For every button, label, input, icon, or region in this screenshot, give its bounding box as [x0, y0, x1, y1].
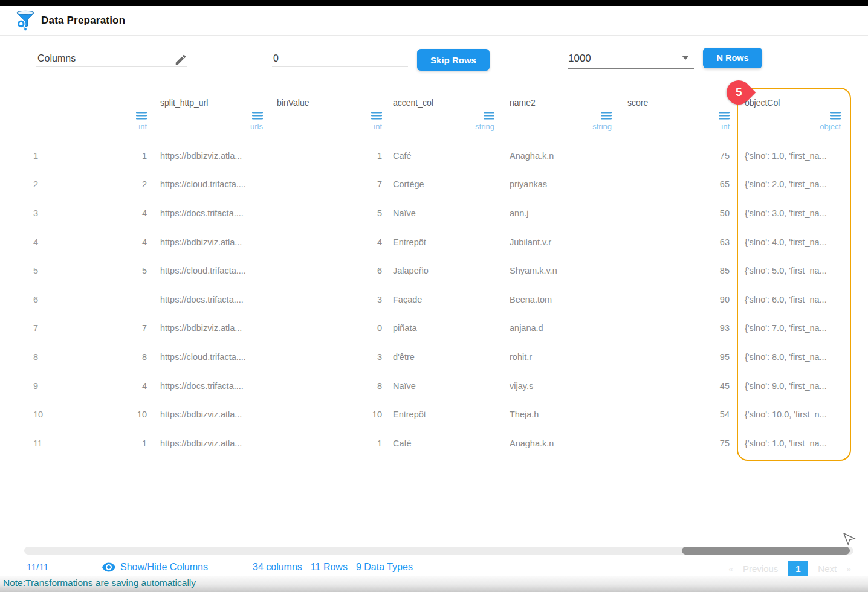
table-cell: Naïve [382, 381, 494, 391]
columns-input[interactable] [36, 51, 187, 67]
table-cell: ann.j [494, 208, 612, 218]
column-menu-icon[interactable] [160, 111, 263, 120]
table-stats: 34 columns 11 Rows 9 Data Types [253, 562, 413, 573]
table-cell: {'slno': 7.0, 'first_na... [730, 323, 843, 333]
app-header: Data Preparation [0, 6, 868, 36]
pagination-previous[interactable]: Previous [743, 564, 778, 574]
table-row: 1010https://bdbizviz.atla...10EntrepôtTh… [0, 400, 843, 429]
column-type-label: urls [160, 122, 263, 131]
row-index: 6 [0, 295, 121, 304]
table-cell: {'slno': 6.0, 'first_na... [730, 295, 843, 304]
pagination-next[interactable]: Next [818, 564, 837, 574]
table-cell: {'slno': 10.0, 'first_n... [730, 410, 843, 419]
show-hide-columns-button[interactable]: Show/Hide Columns [102, 560, 208, 574]
pagination-first-icon[interactable]: « [728, 564, 733, 574]
table-cell: 0 [263, 323, 382, 333]
column-type-label: int [121, 122, 147, 131]
table-cell: 1 [121, 151, 147, 161]
pagination-current-page[interactable]: 1 [788, 561, 808, 576]
row-index: 2 [0, 179, 121, 189]
table-cell: 5 [121, 266, 147, 275]
table-cell: Jalapeño [382, 266, 494, 275]
table-cell: {'slno': 4.0, 'first_na... [730, 237, 843, 247]
table-row: 44https://bdbizviz.atla...4EntrepôtJubil… [0, 228, 843, 257]
column-header-score: scoreint [612, 98, 730, 131]
table-cell: 4 [121, 237, 147, 247]
row-index: 1 [0, 151, 121, 161]
table-cell: {'slno': 1.0, 'first_na... [730, 439, 843, 448]
column-menu-icon[interactable] [745, 111, 843, 120]
table-cell: 4 [121, 208, 147, 218]
table-cell: 5 [263, 208, 382, 218]
table-row: 34https://docs.trifacta....5Naïveann.j50… [0, 199, 843, 228]
table-cell: https://docs.trifacta.... [147, 381, 263, 391]
column-type-label: object [745, 122, 841, 131]
table-cell: Entrepôt [382, 237, 494, 247]
row-index: 4 [0, 237, 121, 247]
table-cell: 45 [612, 381, 730, 391]
table-cell: 75 [612, 151, 730, 161]
table-cell: https://cloud.trifacta.... [147, 179, 263, 189]
table-cell: 10 [121, 410, 147, 419]
column-name [121, 98, 147, 111]
table-cell: https://bdbizviz.atla... [147, 439, 263, 448]
column-menu-icon[interactable] [121, 111, 147, 120]
table-cell: https://bdbizviz.atla... [147, 151, 263, 161]
column-header-objectCol: objectColobject [730, 98, 843, 131]
skip-rows-input[interactable] [272, 51, 408, 67]
column-menu-icon[interactable] [612, 111, 730, 120]
table-cell: 63 [612, 237, 730, 247]
visible-columns-fraction: 11/11 [27, 562, 49, 573]
table-cell: Café [382, 151, 494, 161]
table-cell: 90 [612, 295, 730, 304]
stat-data-types: 9 Data Types [356, 562, 413, 573]
table-row: 111https://bdbizviz.atla...1CaféAnagha.k… [0, 429, 843, 458]
column-type-label: string [510, 122, 612, 131]
horizontal-scrollbar-track[interactable] [24, 547, 853, 555]
skip-rows-button[interactable]: Skip Rows [417, 49, 490, 71]
column-header-split_http_url: split_http_urlurls [147, 98, 263, 131]
n-rows-select[interactable]: 1000 [568, 48, 694, 69]
chevron-down-icon [682, 56, 689, 60]
top-black-bar [0, 0, 868, 6]
table-row: 55https://cloud.trifacta....6JalapeñoShy… [0, 256, 843, 285]
column-header-accent_col: accent_colstring [382, 98, 494, 131]
column-menu-icon[interactable] [263, 111, 382, 120]
table-cell: https://bdbizviz.atla... [147, 323, 263, 333]
table-cell: Naïve [382, 208, 494, 218]
table-row: 6https://docs.trifacta....3FaçadeBeena.t… [0, 285, 843, 314]
n-rows-button[interactable]: N Rows [703, 48, 762, 68]
table-cell: 85 [612, 266, 730, 275]
autosave-note: Note:Transformations are saving automati… [3, 578, 196, 588]
column-name: binValue [263, 98, 382, 111]
column-menu-icon[interactable] [510, 111, 612, 120]
column-header-unnamed: int [121, 98, 147, 131]
row-index: 3 [0, 208, 121, 218]
pencil-edit-icon[interactable] [174, 53, 187, 66]
column-type-label: int [612, 122, 730, 131]
stat-columns: 34 columns [253, 562, 302, 573]
table-cell: vijay.s [494, 381, 612, 391]
table-cell: https://cloud.trifacta.... [147, 352, 263, 362]
table-cell: Façade [382, 295, 494, 304]
row-index: 8 [0, 352, 121, 362]
table-cell: rohit.r [494, 352, 612, 362]
column-name: score [612, 98, 730, 111]
column-menu-icon[interactable] [393, 111, 494, 120]
horizontal-scrollbar-thumb[interactable] [682, 547, 850, 555]
eye-icon [102, 560, 116, 574]
table-cell: 7 [121, 323, 147, 333]
table-cell: {'slno': 9.0, 'first_na... [730, 381, 843, 391]
row-index: 7 [0, 323, 121, 333]
table-cell: 95 [612, 352, 730, 362]
table-cell: Beena.tom [494, 295, 612, 304]
table-row: 11https://bdbizviz.atla...1CaféAnagha.k.… [0, 141, 843, 170]
show-hide-columns-label: Show/Hide Columns [120, 562, 208, 573]
table-cell: anjana.d [494, 323, 612, 333]
table-cell: 8 [121, 352, 147, 362]
column-name: accent_col [393, 98, 494, 111]
table-cell: https://cloud.trifacta.... [147, 266, 263, 275]
table-cell: 8 [263, 381, 382, 391]
table-cell: 75 [612, 439, 730, 448]
pagination-last-icon[interactable]: » [846, 564, 851, 574]
